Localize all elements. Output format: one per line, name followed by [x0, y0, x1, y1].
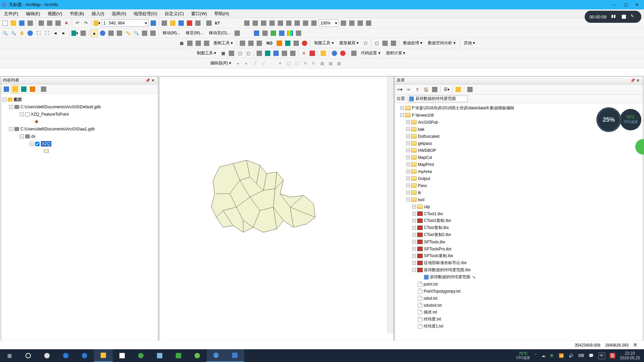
save-button[interactable] — [18, 19, 25, 27]
goto-xy[interactable] — [149, 29, 157, 37]
hyperlink-button[interactable] — [107, 29, 115, 37]
ct-6[interactable] — [247, 40, 255, 47]
catalog-folder-clip[interactable]: +clip — [395, 203, 642, 210]
zoom-out-button[interactable]: 🔍 — [10, 29, 17, 37]
layout-4[interactable] — [365, 19, 372, 27]
open-button[interactable] — [10, 19, 17, 27]
toc-options[interactable] — [40, 85, 48, 93]
taskbar-app-browser[interactable] — [188, 349, 207, 362]
move-to-o-button[interactable]: 移动至(O)... — [207, 29, 232, 37]
menu-customize[interactable]: 自定义(C) — [163, 10, 185, 17]
layout-2[interactable] — [348, 19, 356, 27]
catalog-folder-myArea[interactable]: +myArea — [395, 168, 642, 175]
ed-2[interactable]: ▸ — [243, 60, 250, 67]
tree-toggle[interactable]: − — [30, 142, 34, 146]
add-data-button[interactable]: ▾ — [93, 19, 101, 27]
ct-15[interactable] — [390, 40, 397, 47]
toc-tab-source[interactable] — [11, 85, 19, 93]
other-button[interactable]: 其他 ▾ — [462, 40, 477, 47]
catalog-textfile[interactable]: 描述.txt — [395, 309, 642, 316]
draw-2[interactable] — [261, 29, 269, 37]
tree-toggle[interactable]: + — [412, 226, 416, 230]
tray-shield-icon[interactable]: ⛨ — [550, 353, 554, 358]
select-features[interactable]: ▾ — [71, 29, 78, 37]
c2-5[interactable] — [256, 50, 263, 57]
c2-4[interactable]: ▢ — [245, 50, 252, 57]
menu-windows[interactable]: 窗口(W) — [190, 10, 208, 17]
grid-button[interactable]: ▦ — [178, 40, 185, 47]
layer2-symbol[interactable] — [44, 149, 49, 153]
ct-14[interactable] — [381, 40, 389, 47]
catalog-toolbox[interactable]: +征地部标准坐标导出.tbx — [395, 259, 642, 266]
taskbar-app-arcmap[interactable] — [207, 349, 225, 362]
catalog-toolbox[interactable]: +SPTools.tbx — [395, 238, 642, 245]
redo-button[interactable]: ↷ — [82, 19, 90, 27]
tree-toggle[interactable]: − — [412, 268, 416, 272]
catalog-toolbox[interactable]: +CTool1.tbx — [395, 210, 642, 217]
catalog-toolbox[interactable]: −获得数据的经纬度范围.tbx — [395, 266, 642, 274]
draw-3[interactable] — [270, 29, 277, 37]
georef-9[interactable] — [310, 19, 318, 27]
full-extent-button[interactable] — [26, 29, 34, 37]
c2-11[interactable] — [309, 50, 316, 57]
ed-5[interactable]: · — [268, 60, 275, 67]
catalog-folder-MapPrint[interactable]: +MapPrint — [395, 161, 642, 168]
ct-3[interactable] — [195, 40, 202, 47]
tree-toggle[interactable]: + — [406, 134, 410, 138]
next-extent[interactable]: ► — [60, 29, 67, 37]
georef-6[interactable] — [285, 19, 292, 27]
carto-tools-button[interactable]: 制图工具 ▾ — [312, 40, 336, 47]
tray-notification-icon[interactable]: 💬 — [589, 353, 594, 358]
cat-options[interactable] — [466, 86, 474, 93]
cortana-button[interactable] — [19, 349, 38, 362]
catalog-toolbox[interactable]: +CTool1复制.tbx — [395, 217, 642, 224]
ct-8[interactable] — [276, 40, 283, 47]
cat-connect-folder[interactable] — [454, 86, 462, 93]
tree-toggle[interactable]: + — [412, 240, 416, 244]
c2-12[interactable] — [320, 50, 327, 57]
no-button[interactable]: NO — [264, 40, 275, 47]
ct-9[interactable] — [284, 40, 291, 47]
catalog-toolbox[interactable]: +CTool复制2.tbx — [395, 231, 642, 238]
start-button[interactable]: ⊞ — [0, 349, 19, 362]
taskbar-app-ie[interactable] — [56, 349, 75, 362]
toc-pin-button[interactable]: 📌 — [145, 78, 150, 83]
layout-3[interactable] — [357, 19, 364, 27]
copy-button[interactable] — [46, 19, 53, 27]
ed-1[interactable]: ▸ — [234, 60, 242, 67]
edit-button[interactable]: ✎ — [631, 14, 637, 20]
carto-tools2-button[interactable]: 制图工具 ▾ — [195, 50, 218, 57]
toc-tab-visibility[interactable] — [20, 85, 28, 93]
tray-clock[interactable]: 22:23 2019.05.25 — [620, 351, 640, 361]
tree-toggle[interactable]: + — [412, 247, 416, 251]
ed-6[interactable]: ✶ — [276, 60, 284, 67]
tree-toggle[interactable]: + — [406, 156, 410, 159]
c2-6[interactable] — [264, 50, 271, 57]
stop-button[interactable] — [622, 15, 626, 19]
catalog-tree[interactable]: +F:\E盘\2016培训\2016国土培训\data\data\6.数据模板编… — [395, 103, 643, 348]
move-to-m-button[interactable]: 移至(M)... — [183, 29, 206, 37]
move-m-button[interactable]: 移动(M)... — [160, 29, 182, 37]
ct-12[interactable]: ⬠ — [362, 40, 369, 47]
catalog-folder-Dotfuscated[interactable]: +Dotfuscated — [395, 133, 642, 140]
c2-2[interactable] — [228, 50, 235, 57]
toc-tab-selection[interactable] — [29, 85, 37, 93]
model-builder-button[interactable] — [205, 19, 213, 27]
layers-root[interactable]: 图层 — [14, 97, 22, 103]
zoom-in-button[interactable]: 🔍 — [1, 29, 9, 37]
georef-7[interactable] — [293, 19, 301, 27]
tree-toggle[interactable]: + — [406, 163, 410, 166]
editor-menu[interactable]: 编辑器(R) ▾ — [208, 60, 233, 67]
georef-5[interactable] — [277, 19, 284, 27]
tree-toggle[interactable]: − — [406, 198, 410, 201]
ed-13[interactable]: ▦ — [335, 60, 342, 67]
ct-5[interactable] — [239, 40, 246, 47]
cat-forward[interactable]: ⇨ — [405, 86, 412, 93]
gdb1-label[interactable]: C:\Users\dell\Documents\ArcGIS\Default.g… — [20, 105, 101, 109]
extra-tool-1[interactable] — [233, 29, 241, 37]
tree-toggle[interactable]: − — [400, 113, 404, 117]
ed-9[interactable]: ✕ — [302, 60, 309, 67]
catalog-textfile[interactable]: 经纬度1.txt — [395, 323, 642, 330]
layer1-symbol[interactable] — [35, 120, 38, 123]
tray-chevron-icon[interactable]: ˄ — [535, 353, 537, 358]
